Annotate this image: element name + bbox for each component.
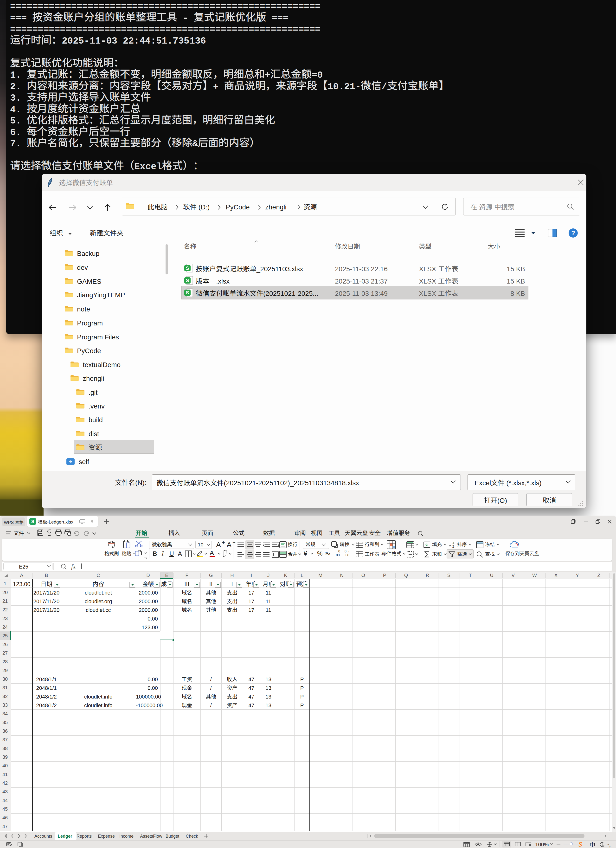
- svg-text:S: S: [31, 519, 34, 524]
- svg-text:Z: Z: [452, 545, 454, 549]
- svg-text:S: S: [186, 290, 189, 295]
- svg-text:S: S: [186, 278, 189, 283]
- svg-text:A: A: [452, 541, 455, 545]
- svg-text:S: S: [186, 265, 189, 271]
- svg-text:?: ?: [571, 230, 575, 237]
